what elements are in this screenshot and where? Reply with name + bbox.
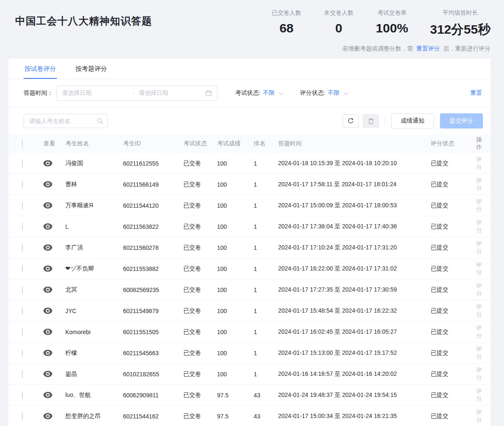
grading-status: 已提交 (431, 349, 471, 357)
grade-action-link[interactable]: 评分 (476, 409, 482, 423)
row-checkbox[interactable] (22, 413, 23, 420)
grading-status-select[interactable]: 评分状态: 不限 (300, 89, 347, 97)
tab-grade-by-question[interactable]: 按考题评分 (75, 59, 108, 79)
exam-score: 100 (217, 244, 254, 251)
row-checkbox[interactable] (22, 286, 23, 294)
candidate-name: 曹林 (65, 181, 123, 188)
exam-score: 100 (217, 181, 254, 188)
exam-status-select[interactable]: 考试状态: 不限 (235, 89, 282, 97)
view-eye-icon[interactable] (43, 202, 52, 209)
stat-avg-duration: 平均填答时长 312分55秒 (430, 9, 491, 38)
table-row: 北冥 60082569235 已交卷 100 1 2024-01-17 17:2… (8, 279, 491, 300)
select-all-checkbox[interactable] (22, 140, 23, 147)
view-eye-icon[interactable] (43, 350, 52, 356)
grade-action-link[interactable]: 评分 (476, 177, 482, 191)
row-checkbox[interactable] (22, 328, 23, 336)
table-row: ❤ヅ不负卿 60211553882 已交卷 100 1 2024-01-17 1… (8, 258, 491, 279)
candidate-name: 鋆晶 (65, 370, 123, 378)
grade-action-link[interactable]: 评分 (476, 282, 482, 297)
row-checkbox[interactable] (22, 202, 23, 209)
row-checkbox[interactable] (22, 349, 23, 357)
grading-status: 已提交 (431, 286, 471, 294)
candidate-name: 李广清 (65, 244, 123, 252)
grading-status: 已提交 (431, 413, 471, 420)
date-end-placeholder[interactable]: 请选择日期 (139, 89, 205, 97)
search-icon[interactable] (97, 118, 103, 124)
exam-status: 已交卷 (183, 160, 217, 167)
grade-action-link[interactable]: 评分 (476, 240, 482, 255)
rank: 1 (254, 181, 278, 188)
col-header-name: 考生姓名 (65, 140, 123, 147)
grading-status-label: 评分状态: (300, 89, 325, 97)
exam-score: 100 (217, 223, 254, 230)
date-start-placeholder[interactable]: 请选择日期 (62, 89, 129, 97)
date-separator: - (129, 90, 139, 96)
refresh-button[interactable] (343, 114, 359, 128)
view-eye-icon[interactable] (43, 223, 52, 230)
exam-status: 已交卷 (183, 181, 217, 188)
view-eye-icon[interactable] (43, 371, 52, 377)
grade-action-link[interactable]: 评分 (476, 388, 482, 402)
view-eye-icon[interactable] (43, 160, 52, 166)
view-eye-icon[interactable] (43, 392, 52, 398)
date-range-picker[interactable]: 请选择日期 - 请选择日期 (56, 86, 217, 101)
view-eye-icon[interactable] (43, 287, 52, 293)
grade-action-link[interactable]: 评分 (476, 156, 482, 170)
view-eye-icon[interactable] (43, 329, 52, 335)
exam-score: 100 (217, 350, 254, 356)
candidate-id: 60211563822 (123, 223, 183, 230)
answer-time: 2024-01-17 15:00:09 至 2024-01-17 18:00:5… (278, 202, 431, 209)
submit-grading-button[interactable]: 提交评分 (440, 113, 483, 129)
delete-button[interactable] (363, 114, 379, 128)
grade-action-link[interactable]: 评分 (476, 346, 482, 360)
view-eye-icon[interactable] (43, 181, 52, 188)
candidate-name: 北冥 (65, 286, 123, 294)
grade-action-link[interactable]: 评分 (476, 303, 482, 318)
table-body: 冯俊国 60211612555 已交卷 100 1 2024-01-18 10:… (8, 153, 491, 426)
grade-action-link[interactable]: 评分 (476, 367, 482, 381)
exam-status: 已交卷 (183, 413, 217, 420)
grade-action-link[interactable]: 评分 (476, 324, 482, 339)
col-header-action: 操作 (471, 136, 484, 151)
row-checkbox[interactable] (22, 391, 23, 399)
view-eye-icon[interactable] (43, 413, 52, 419)
score-notify-button[interactable]: 成绩通知 (391, 113, 434, 129)
tab-grade-by-paper[interactable]: 按试卷评分 (24, 59, 57, 79)
col-header-score: 考试成绩 (217, 140, 254, 147)
search-input[interactable] (29, 118, 97, 124)
candidate-id: 60211553882 (123, 265, 183, 272)
grading-status: 已提交 (431, 370, 471, 378)
reset-score-link[interactable]: 重置评分 (416, 45, 440, 52)
grade-action-link[interactable]: 评分 (476, 261, 482, 276)
view-eye-icon[interactable] (43, 265, 52, 272)
rank: 1 (254, 160, 278, 167)
answer-time: 2024-01-17 17:58:11 至 2024-01-17 18:01:2… (278, 181, 431, 188)
toolbar-divider (385, 116, 385, 126)
reset-filters-link[interactable]: 重置 (470, 89, 482, 97)
exam-status: 已交卷 (183, 328, 217, 336)
row-checkbox[interactable] (22, 244, 23, 252)
row-checkbox[interactable] (22, 370, 23, 378)
row-checkbox[interactable] (22, 307, 23, 315)
answer-time: 2024-01-16 14:16:57 至 2024-01-16 14:20:0… (278, 370, 431, 378)
row-checkbox[interactable] (22, 181, 23, 188)
row-checkbox[interactable] (22, 265, 23, 273)
view-eye-icon[interactable] (43, 244, 52, 251)
table-row: 柠檬 60211545663 已交卷 100 1 2024-01-17 15:1… (8, 343, 491, 364)
candidate-name: 想变胖的之昂 (65, 413, 123, 420)
table-row: 万事顺遂Я 60211544120 已交卷 100 1 2024-01-17 1… (8, 195, 491, 216)
row-checkbox[interactable] (22, 160, 23, 167)
row-checkbox[interactable] (22, 223, 23, 230)
candidate-id: 60211545663 (123, 350, 183, 356)
grade-action-link[interactable]: 评分 (476, 219, 482, 233)
answer-time: 2024-01-24 19:48:37 至 2024-01-24 19:54:1… (278, 391, 431, 399)
grade-action-link[interactable]: 评分 (476, 198, 482, 212)
search-box[interactable] (24, 114, 108, 128)
candidate-name: luo、世航 (65, 391, 123, 399)
exam-score: 97.5 (217, 413, 254, 420)
grading-status: 已提交 (431, 328, 471, 336)
candidate-id: 60211544120 (123, 202, 183, 209)
stat-unsubmitted: 未交卷人数 0 (324, 9, 354, 35)
answer-time: 2024-01-17 17:27:35 至 2024-01-17 17:30:5… (278, 286, 431, 294)
view-eye-icon[interactable] (43, 308, 52, 314)
